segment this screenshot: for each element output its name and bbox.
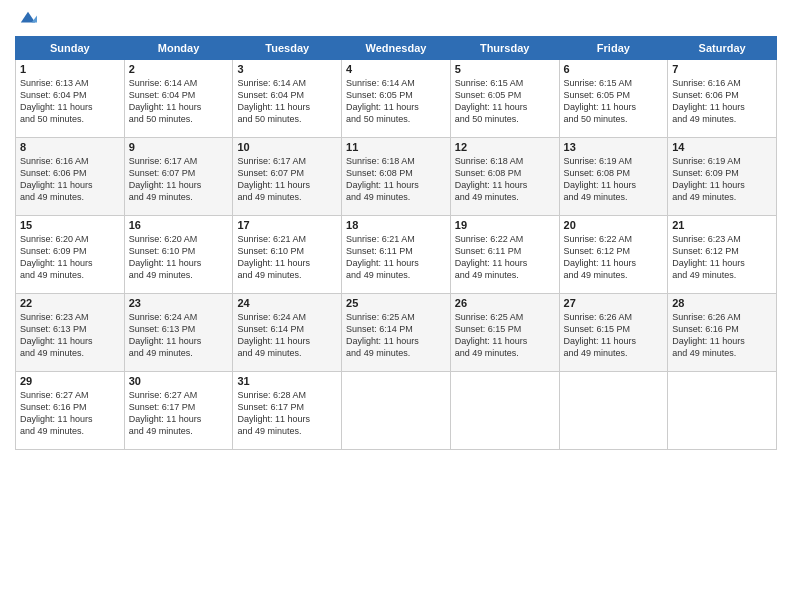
day-number: 5: [455, 63, 555, 75]
day-info: Sunrise: 6:21 AMSunset: 6:11 PMDaylight:…: [346, 233, 446, 282]
calendar-day-cell: 15 Sunrise: 6:20 AMSunset: 6:09 PMDaylig…: [16, 216, 125, 294]
day-number: 31: [237, 375, 337, 387]
calendar-table: SundayMondayTuesdayWednesdayThursdayFrid…: [15, 36, 777, 450]
calendar-week-row: 29 Sunrise: 6:27 AMSunset: 6:16 PMDaylig…: [16, 372, 777, 450]
calendar-day-cell: 22 Sunrise: 6:23 AMSunset: 6:13 PMDaylig…: [16, 294, 125, 372]
day-number: 29: [20, 375, 120, 387]
calendar-week-row: 15 Sunrise: 6:20 AMSunset: 6:09 PMDaylig…: [16, 216, 777, 294]
weekday-header-row: SundayMondayTuesdayWednesdayThursdayFrid…: [16, 37, 777, 60]
calendar-day-cell: 16 Sunrise: 6:20 AMSunset: 6:10 PMDaylig…: [124, 216, 233, 294]
calendar-day-cell: 19 Sunrise: 6:22 AMSunset: 6:11 PMDaylig…: [450, 216, 559, 294]
empty-day-cell: [559, 372, 668, 450]
day-info: Sunrise: 6:20 AMSunset: 6:09 PMDaylight:…: [20, 233, 120, 282]
calendar-day-cell: 20 Sunrise: 6:22 AMSunset: 6:12 PMDaylig…: [559, 216, 668, 294]
calendar-week-row: 1 Sunrise: 6:13 AMSunset: 6:04 PMDayligh…: [16, 60, 777, 138]
day-info: Sunrise: 6:23 AMSunset: 6:13 PMDaylight:…: [20, 311, 120, 360]
weekday-header-saturday: Saturday: [668, 37, 777, 60]
day-info: Sunrise: 6:17 AMSunset: 6:07 PMDaylight:…: [129, 155, 229, 204]
calendar-day-cell: 8 Sunrise: 6:16 AMSunset: 6:06 PMDayligh…: [16, 138, 125, 216]
day-info: Sunrise: 6:28 AMSunset: 6:17 PMDaylight:…: [237, 389, 337, 438]
weekday-header-tuesday: Tuesday: [233, 37, 342, 60]
day-number: 21: [672, 219, 772, 231]
day-number: 4: [346, 63, 446, 75]
calendar-day-cell: 23 Sunrise: 6:24 AMSunset: 6:13 PMDaylig…: [124, 294, 233, 372]
calendar-day-cell: 31 Sunrise: 6:28 AMSunset: 6:17 PMDaylig…: [233, 372, 342, 450]
day-number: 18: [346, 219, 446, 231]
day-info: Sunrise: 6:15 AMSunset: 6:05 PMDaylight:…: [564, 77, 664, 126]
weekday-header-monday: Monday: [124, 37, 233, 60]
day-number: 23: [129, 297, 229, 309]
day-number: 11: [346, 141, 446, 153]
day-info: Sunrise: 6:27 AMSunset: 6:17 PMDaylight:…: [129, 389, 229, 438]
day-number: 30: [129, 375, 229, 387]
day-info: Sunrise: 6:14 AMSunset: 6:04 PMDaylight:…: [129, 77, 229, 126]
day-number: 6: [564, 63, 664, 75]
calendar-day-cell: 21 Sunrise: 6:23 AMSunset: 6:12 PMDaylig…: [668, 216, 777, 294]
calendar-day-cell: 7 Sunrise: 6:16 AMSunset: 6:06 PMDayligh…: [668, 60, 777, 138]
day-number: 17: [237, 219, 337, 231]
calendar-day-cell: 14 Sunrise: 6:19 AMSunset: 6:09 PMDaylig…: [668, 138, 777, 216]
day-number: 1: [20, 63, 120, 75]
day-info: Sunrise: 6:19 AMSunset: 6:09 PMDaylight:…: [672, 155, 772, 204]
day-info: Sunrise: 6:18 AMSunset: 6:08 PMDaylight:…: [455, 155, 555, 204]
day-number: 20: [564, 219, 664, 231]
day-number: 10: [237, 141, 337, 153]
day-number: 15: [20, 219, 120, 231]
day-number: 3: [237, 63, 337, 75]
day-info: Sunrise: 6:23 AMSunset: 6:12 PMDaylight:…: [672, 233, 772, 282]
empty-day-cell: [450, 372, 559, 450]
day-info: Sunrise: 6:22 AMSunset: 6:11 PMDaylight:…: [455, 233, 555, 282]
day-number: 2: [129, 63, 229, 75]
day-number: 26: [455, 297, 555, 309]
calendar-day-cell: 13 Sunrise: 6:19 AMSunset: 6:08 PMDaylig…: [559, 138, 668, 216]
day-number: 25: [346, 297, 446, 309]
calendar-day-cell: 18 Sunrise: 6:21 AMSunset: 6:11 PMDaylig…: [342, 216, 451, 294]
calendar-day-cell: 17 Sunrise: 6:21 AMSunset: 6:10 PMDaylig…: [233, 216, 342, 294]
calendar-day-cell: 11 Sunrise: 6:18 AMSunset: 6:08 PMDaylig…: [342, 138, 451, 216]
day-info: Sunrise: 6:24 AMSunset: 6:13 PMDaylight:…: [129, 311, 229, 360]
page: SundayMondayTuesdayWednesdayThursdayFrid…: [0, 0, 792, 612]
calendar-day-cell: 24 Sunrise: 6:24 AMSunset: 6:14 PMDaylig…: [233, 294, 342, 372]
calendar-day-cell: 25 Sunrise: 6:25 AMSunset: 6:14 PMDaylig…: [342, 294, 451, 372]
calendar-week-row: 22 Sunrise: 6:23 AMSunset: 6:13 PMDaylig…: [16, 294, 777, 372]
day-info: Sunrise: 6:20 AMSunset: 6:10 PMDaylight:…: [129, 233, 229, 282]
day-info: Sunrise: 6:27 AMSunset: 6:16 PMDaylight:…: [20, 389, 120, 438]
day-number: 24: [237, 297, 337, 309]
logo-icon: [19, 10, 37, 28]
calendar-day-cell: 12 Sunrise: 6:18 AMSunset: 6:08 PMDaylig…: [450, 138, 559, 216]
day-info: Sunrise: 6:26 AMSunset: 6:15 PMDaylight:…: [564, 311, 664, 360]
calendar-day-cell: 4 Sunrise: 6:14 AMSunset: 6:05 PMDayligh…: [342, 60, 451, 138]
empty-day-cell: [342, 372, 451, 450]
day-number: 14: [672, 141, 772, 153]
calendar-day-cell: 10 Sunrise: 6:17 AMSunset: 6:07 PMDaylig…: [233, 138, 342, 216]
day-number: 19: [455, 219, 555, 231]
day-number: 8: [20, 141, 120, 153]
day-info: Sunrise: 6:25 AMSunset: 6:14 PMDaylight:…: [346, 311, 446, 360]
weekday-header-wednesday: Wednesday: [342, 37, 451, 60]
calendar-day-cell: 26 Sunrise: 6:25 AMSunset: 6:15 PMDaylig…: [450, 294, 559, 372]
calendar-day-cell: 5 Sunrise: 6:15 AMSunset: 6:05 PMDayligh…: [450, 60, 559, 138]
day-info: Sunrise: 6:25 AMSunset: 6:15 PMDaylight:…: [455, 311, 555, 360]
calendar-day-cell: 28 Sunrise: 6:26 AMSunset: 6:16 PMDaylig…: [668, 294, 777, 372]
calendar-day-cell: 29 Sunrise: 6:27 AMSunset: 6:16 PMDaylig…: [16, 372, 125, 450]
weekday-header-friday: Friday: [559, 37, 668, 60]
calendar-week-row: 8 Sunrise: 6:16 AMSunset: 6:06 PMDayligh…: [16, 138, 777, 216]
day-info: Sunrise: 6:26 AMSunset: 6:16 PMDaylight:…: [672, 311, 772, 360]
day-number: 13: [564, 141, 664, 153]
day-number: 12: [455, 141, 555, 153]
day-info: Sunrise: 6:19 AMSunset: 6:08 PMDaylight:…: [564, 155, 664, 204]
calendar-day-cell: 2 Sunrise: 6:14 AMSunset: 6:04 PMDayligh…: [124, 60, 233, 138]
day-info: Sunrise: 6:24 AMSunset: 6:14 PMDaylight:…: [237, 311, 337, 360]
day-number: 27: [564, 297, 664, 309]
header: [15, 10, 777, 28]
day-number: 22: [20, 297, 120, 309]
empty-day-cell: [668, 372, 777, 450]
day-info: Sunrise: 6:21 AMSunset: 6:10 PMDaylight:…: [237, 233, 337, 282]
weekday-header-sunday: Sunday: [16, 37, 125, 60]
day-info: Sunrise: 6:13 AMSunset: 6:04 PMDaylight:…: [20, 77, 120, 126]
weekday-header-thursday: Thursday: [450, 37, 559, 60]
day-info: Sunrise: 6:16 AMSunset: 6:06 PMDaylight:…: [20, 155, 120, 204]
day-number: 16: [129, 219, 229, 231]
calendar-day-cell: 30 Sunrise: 6:27 AMSunset: 6:17 PMDaylig…: [124, 372, 233, 450]
day-info: Sunrise: 6:22 AMSunset: 6:12 PMDaylight:…: [564, 233, 664, 282]
